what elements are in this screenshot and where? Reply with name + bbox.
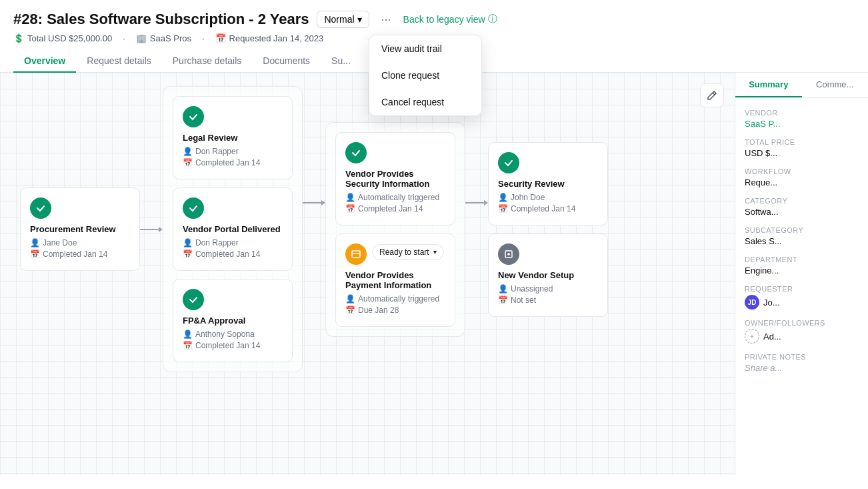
tab-summary[interactable]: Summary xyxy=(735,73,802,97)
department-label: Department xyxy=(745,256,859,264)
calendar-icon: 📅 xyxy=(30,250,40,259)
person-icon: 👤 xyxy=(183,330,193,339)
edit-workflow-button[interactable] xyxy=(700,83,724,107)
dropdown-item-cancel[interactable]: Cancel request xyxy=(369,89,481,115)
card-security-review[interactable]: Security Review 👤 John Doe 📅 Completed J… xyxy=(488,142,608,225)
calendar-icon: 📅 xyxy=(183,158,193,167)
sidebar-owner: Owner/followers + Ad... xyxy=(745,319,859,344)
card-new-vendor-setup[interactable]: New Vendor Setup 👤 Unassigned 📅 Not set xyxy=(488,233,608,317)
calendar-icon: 📅 xyxy=(345,204,355,213)
completed-icon xyxy=(30,197,51,219)
meta-total: 💲 Total USD $25,000.00 xyxy=(13,33,112,43)
priority-label: Normal xyxy=(324,14,354,25)
private-notes-value[interactable]: Share a... xyxy=(745,363,859,373)
subcategory-label: Subcategory xyxy=(745,226,859,234)
card-title: New Vendor Setup xyxy=(498,270,598,280)
svg-rect-0 xyxy=(352,251,360,258)
tab-overview[interactable]: Overview xyxy=(13,50,76,73)
info-icon: ⓘ xyxy=(488,13,497,25)
person-icon: 👤 xyxy=(30,238,40,248)
dropdown-item-clone[interactable]: Clone request xyxy=(369,62,481,89)
col-group-3: Vendor Provides Security Information 👤 A… xyxy=(325,122,465,337)
pending-icon xyxy=(498,243,519,265)
sidebar-private-notes: Private notes Share a... xyxy=(745,353,859,373)
tab-su[interactable]: Su... xyxy=(321,50,361,73)
tab-purchase-details[interactable]: Purchase details xyxy=(162,50,253,73)
card-date: 📅 Not set xyxy=(498,296,598,305)
card-assignee: 👤 Anthony Sopona xyxy=(183,330,283,339)
chevron-down-icon: ▾ xyxy=(433,248,437,256)
category-value: Softwa... xyxy=(745,207,859,217)
main-layout: Procurement Review 👤 Jane Doe 📅 Complete… xyxy=(0,73,868,475)
card-assignee: 👤 Don Rapper xyxy=(183,147,283,156)
workflow-area: Procurement Review 👤 Jane Doe 📅 Complete… xyxy=(0,73,735,475)
calendar-icon: 📅 xyxy=(183,250,193,259)
vendor-value[interactable]: SaaS P... xyxy=(745,119,859,129)
arrow-2 xyxy=(303,200,325,205)
card-trigger: 👤 Automatically triggered xyxy=(345,193,445,202)
card-date: 📅 Completed Jan 14 xyxy=(498,204,598,213)
person-icon: 👤 xyxy=(345,193,355,202)
back-to-legacy-link[interactable]: Back to legacy view ⓘ xyxy=(403,13,497,25)
priority-button[interactable]: Normal ▾ xyxy=(317,11,369,28)
card-title: Procurement Review xyxy=(30,224,130,234)
tab-comments[interactable]: Comme... xyxy=(802,73,869,97)
workflow-canvas: Procurement Review 👤 Jane Doe 📅 Complete… xyxy=(13,86,721,372)
meta-date: 📅 Requested Jan 14, 2023 xyxy=(215,33,324,43)
card-title: Security Review xyxy=(498,179,598,189)
sidebar-total-price: Total price USD $... xyxy=(745,138,859,158)
card-fpna-approval[interactable]: FP&A Approval 👤 Anthony Sopona 📅 Complet… xyxy=(173,279,293,362)
requester-row: JD Jo... xyxy=(745,295,859,310)
sidebar-department: Department Engine... xyxy=(745,256,859,276)
card-title: Vendor Portal Delivered xyxy=(183,224,283,234)
tab-request-details[interactable]: Request details xyxy=(76,50,162,73)
card-date: 📅 Due Jan 28 xyxy=(345,306,445,315)
arrow-3 xyxy=(465,200,488,205)
more-options-button[interactable]: ··· xyxy=(377,11,395,28)
dropdown-item-audit[interactable]: View audit trail xyxy=(369,35,481,62)
right-sidebar: Summary Comme... Vendor SaaS P... Total … xyxy=(735,73,868,475)
card-procurement-review[interactable]: Procurement Review 👤 Jane Doe 📅 Complete… xyxy=(20,187,140,271)
sidebar-tabs: Summary Comme... xyxy=(735,73,868,98)
card-date: 📅 Completed Jan 14 xyxy=(183,158,283,167)
owner-value[interactable]: Ad... xyxy=(763,332,781,342)
calendar-icon: 📅 xyxy=(345,306,355,315)
vendor-label: Vendor xyxy=(745,109,859,117)
person-icon: 👤 xyxy=(345,294,355,304)
owner-label: Owner/followers xyxy=(745,319,859,327)
sidebar-workflow: Workflow Reque... xyxy=(745,167,859,187)
calendar-icon: 📅 xyxy=(215,33,226,43)
ready-icon xyxy=(345,243,367,265)
card-title: Vendor Provides Security Information xyxy=(345,169,445,189)
tab-documents[interactable]: Documents xyxy=(252,50,321,73)
private-notes-label: Private notes xyxy=(745,353,859,361)
person-icon: 👤 xyxy=(498,284,508,294)
card-vendor-security[interactable]: Vendor Provides Security Information 👤 A… xyxy=(335,132,455,225)
sidebar-vendor: Vendor SaaS P... xyxy=(745,109,859,129)
workflow-value: Reque... xyxy=(745,177,859,187)
completed-icon xyxy=(183,106,204,127)
sidebar-requester: Requester JD Jo... xyxy=(745,285,859,310)
completed-icon xyxy=(498,152,519,173)
card-trigger: 👤 Automatically triggered xyxy=(345,294,445,304)
card-title: Legal Review xyxy=(183,133,283,143)
requester-value[interactable]: Jo... xyxy=(763,298,780,308)
calendar-icon: 📅 xyxy=(498,204,508,213)
card-date: 📅 Completed Jan 14 xyxy=(183,250,283,259)
back-link-label: Back to legacy view xyxy=(403,14,485,25)
card-vendor-payment[interactable]: Ready to start ▾ Vendor Provides Payment… xyxy=(335,233,455,327)
ready-to-start-pill[interactable]: Ready to start ▾ xyxy=(372,244,444,260)
department-value: Engine... xyxy=(745,266,859,276)
completed-icon xyxy=(183,289,204,310)
avatar: JD xyxy=(745,295,759,310)
arrow-1 xyxy=(140,227,163,232)
card-date: 📅 Completed Jan 14 xyxy=(30,250,130,259)
category-label: Category xyxy=(745,197,859,205)
card-legal-review[interactable]: Legal Review 👤 Don Rapper 📅 Completed Ja… xyxy=(173,96,293,179)
col-group-2: Legal Review 👤 Don Rapper 📅 Completed Ja… xyxy=(163,86,303,372)
card-assignee: 👤 Don Rapper xyxy=(183,238,283,248)
card-vendor-portal[interactable]: Vendor Portal Delivered 👤 Don Rapper 📅 C… xyxy=(173,187,293,271)
card-title: FP&A Approval xyxy=(183,316,283,326)
card-title: Vendor Provides Payment Information xyxy=(345,270,445,290)
card-assignee: 👤 John Doe xyxy=(498,193,598,202)
